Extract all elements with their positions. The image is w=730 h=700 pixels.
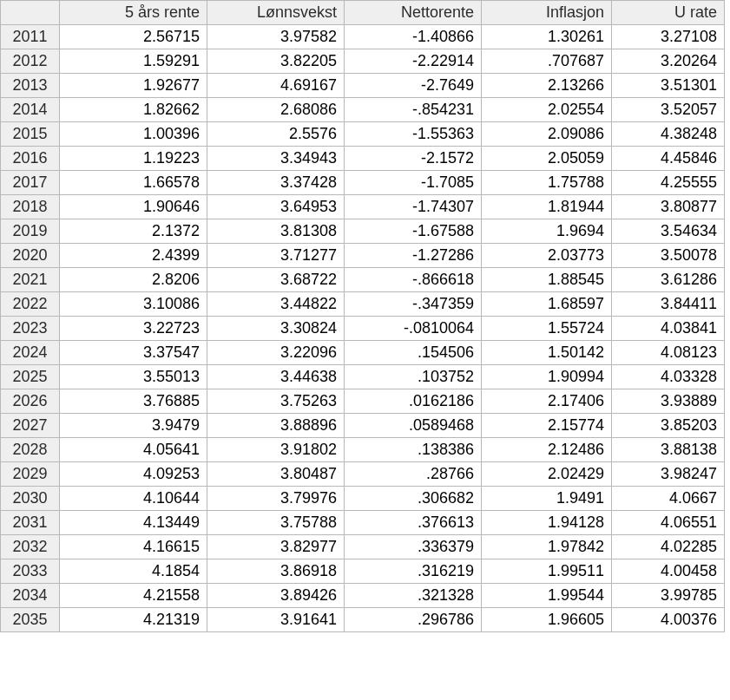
cell[interactable]: 3.75788	[207, 511, 345, 535]
cell[interactable]: 3.98247	[612, 462, 725, 487]
cell[interactable]: 3.80877	[612, 195, 725, 219]
cell[interactable]: 1.59291	[60, 49, 207, 74]
cell[interactable]: 3.30824	[207, 317, 345, 341]
cell[interactable]: 4.09253	[60, 462, 207, 487]
cell[interactable]: 3.75263	[207, 389, 345, 414]
cell[interactable]: 1.94128	[482, 511, 612, 535]
cell[interactable]: 1.55724	[482, 317, 612, 341]
cell[interactable]: .138386	[345, 438, 482, 462]
cell[interactable]: 3.64953	[207, 195, 345, 219]
row-header[interactable]: 2035	[1, 608, 60, 632]
cell[interactable]: -2.22914	[345, 49, 482, 74]
cell[interactable]: 1.50142	[482, 341, 612, 365]
cell[interactable]: 3.37547	[60, 341, 207, 365]
cell[interactable]: 2.8206	[60, 268, 207, 292]
cell[interactable]: 4.21319	[60, 608, 207, 632]
cell[interactable]: 3.82977	[207, 535, 345, 559]
cell[interactable]: 2.02554	[482, 98, 612, 122]
data-table[interactable]: 5 års rente Lønnsvekst Nettorente Inflas…	[0, 0, 725, 632]
cell[interactable]: 4.25555	[612, 171, 725, 195]
cell[interactable]: 2.17406	[482, 389, 612, 414]
cell[interactable]: 1.82662	[60, 98, 207, 122]
cell[interactable]: 1.99544	[482, 584, 612, 608]
cell[interactable]: -.347359	[345, 292, 482, 317]
cell[interactable]: 3.27108	[612, 25, 725, 49]
cell[interactable]: 2.15774	[482, 414, 612, 438]
row-header[interactable]: 2029	[1, 462, 60, 487]
cell[interactable]: 2.5576	[207, 122, 345, 147]
cell[interactable]: -.866618	[345, 268, 482, 292]
row-header[interactable]: 2031	[1, 511, 60, 535]
cell[interactable]: -1.7085	[345, 171, 482, 195]
cell[interactable]: .336379	[345, 535, 482, 559]
cell[interactable]: 3.68722	[207, 268, 345, 292]
cell[interactable]: 2.05059	[482, 147, 612, 171]
cell[interactable]: -.854231	[345, 98, 482, 122]
cell[interactable]: -1.27286	[345, 244, 482, 268]
cell[interactable]: 1.97842	[482, 535, 612, 559]
cell[interactable]: 3.61286	[612, 268, 725, 292]
cell[interactable]: 2.68086	[207, 98, 345, 122]
cell[interactable]: -.0810064	[345, 317, 482, 341]
row-header[interactable]: 2022	[1, 292, 60, 317]
cell[interactable]: 3.88138	[612, 438, 725, 462]
cell[interactable]: 3.55013	[60, 365, 207, 389]
cell[interactable]: 3.84411	[612, 292, 725, 317]
cell[interactable]: 4.00376	[612, 608, 725, 632]
row-header[interactable]: 2016	[1, 147, 60, 171]
cell[interactable]: 1.30261	[482, 25, 612, 49]
row-header[interactable]: 2021	[1, 268, 60, 292]
cell[interactable]: 3.37428	[207, 171, 345, 195]
cell[interactable]: 4.38248	[612, 122, 725, 147]
row-header[interactable]: 2013	[1, 74, 60, 98]
row-header[interactable]: 2034	[1, 584, 60, 608]
cell[interactable]: .306682	[345, 487, 482, 511]
cell[interactable]: 3.80487	[207, 462, 345, 487]
cell[interactable]: 3.93889	[612, 389, 725, 414]
cell[interactable]: 1.9491	[482, 487, 612, 511]
row-header[interactable]: 2024	[1, 341, 60, 365]
cell[interactable]: 3.88896	[207, 414, 345, 438]
cell[interactable]: 2.1372	[60, 219, 207, 244]
cell[interactable]: 2.09086	[482, 122, 612, 147]
cell[interactable]: 4.02285	[612, 535, 725, 559]
col-header[interactable]: U rate	[612, 1, 725, 25]
cell[interactable]: 1.75788	[482, 171, 612, 195]
row-header[interactable]: 2018	[1, 195, 60, 219]
cell[interactable]: 4.16615	[60, 535, 207, 559]
row-header[interactable]: 2028	[1, 438, 60, 462]
cell[interactable]: 3.89426	[207, 584, 345, 608]
row-header[interactable]: 2030	[1, 487, 60, 511]
row-header[interactable]: 2027	[1, 414, 60, 438]
cell[interactable]: 1.68597	[482, 292, 612, 317]
cell[interactable]: 3.81308	[207, 219, 345, 244]
cell[interactable]: .296786	[345, 608, 482, 632]
cell[interactable]: 3.22096	[207, 341, 345, 365]
cell[interactable]: 3.51301	[612, 74, 725, 98]
row-header[interactable]: 2019	[1, 219, 60, 244]
row-header[interactable]: 2012	[1, 49, 60, 74]
row-header[interactable]: 2025	[1, 365, 60, 389]
cell[interactable]: 3.91641	[207, 608, 345, 632]
cell[interactable]: 3.9479	[60, 414, 207, 438]
cell[interactable]: 4.13449	[60, 511, 207, 535]
cell[interactable]: 3.52057	[612, 98, 725, 122]
cell[interactable]: -1.67588	[345, 219, 482, 244]
cell[interactable]: 3.97582	[207, 25, 345, 49]
row-header[interactable]: 2011	[1, 25, 60, 49]
cell[interactable]: .321328	[345, 584, 482, 608]
col-header[interactable]: Inflasjon	[482, 1, 612, 25]
cell[interactable]: 3.22723	[60, 317, 207, 341]
cell[interactable]: 2.12486	[482, 438, 612, 462]
cell[interactable]: 4.03328	[612, 365, 725, 389]
col-header[interactable]: Lønnsvekst	[207, 1, 345, 25]
row-header[interactable]: 2023	[1, 317, 60, 341]
cell[interactable]: 3.44638	[207, 365, 345, 389]
cell[interactable]: 1.88545	[482, 268, 612, 292]
row-header[interactable]: 2020	[1, 244, 60, 268]
cell[interactable]: -2.7649	[345, 74, 482, 98]
cell[interactable]: 3.71277	[207, 244, 345, 268]
cell[interactable]: -1.40866	[345, 25, 482, 49]
cell[interactable]: 2.02429	[482, 462, 612, 487]
cell[interactable]: 4.0667	[612, 487, 725, 511]
